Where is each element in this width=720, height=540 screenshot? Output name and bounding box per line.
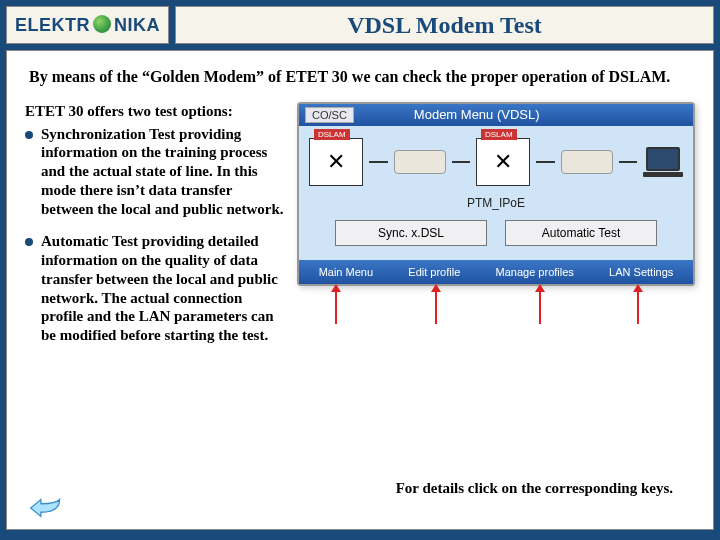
dslam-box: DSLAM ✕: [309, 138, 363, 186]
sync-xdsl-button[interactable]: Sync. x.DSL: [335, 220, 487, 246]
manage-profiles-key[interactable]: Manage profiles: [492, 264, 578, 280]
dslam-label: DSLAM: [314, 129, 350, 140]
laptop-icon: [643, 147, 683, 177]
main-menu-key[interactable]: Main Menu: [315, 264, 377, 280]
back-arrow-button[interactable]: [29, 497, 63, 519]
bullet-item: Automatic Test providing detailed inform…: [25, 232, 285, 345]
slide: ELEKTR NIKA VDSL Modem Test By means of …: [0, 6, 720, 540]
panel-body: DSLAM ✕ DSLAM ✕: [299, 126, 693, 260]
logo-text-left: ELEKTR: [15, 15, 90, 36]
content-panel: By means of the “Golden Modem” of ETET 3…: [6, 50, 714, 530]
page-title: VDSL Modem Test: [175, 6, 714, 44]
left-column: ETET 30 offers two test options: Synchro…: [25, 102, 285, 359]
header: ELEKTR NIKA VDSL Modem Test: [6, 6, 714, 44]
body-row: ETET 30 offers two test options: Synchro…: [25, 102, 695, 359]
dslam-box: DSLAM ✕: [476, 138, 530, 186]
brand-logo: ELEKTR NIKA: [6, 6, 169, 44]
lead-text: ETET 30 offers two test options:: [25, 102, 285, 121]
footer-hint: For details click on the corresponding k…: [396, 480, 673, 497]
panel-header: CO/SC Modem Menu (VDSL): [299, 104, 693, 126]
cosc-badge: CO/SC: [305, 107, 354, 123]
diagram-row: DSLAM ✕ DSLAM ✕: [309, 138, 683, 186]
bullet-text: Automatic Test providing detailed inform…: [41, 232, 285, 345]
bullet-item: Synchronization Test providing informati…: [25, 125, 285, 219]
arrow-icon: [637, 290, 639, 324]
logo-text-right: NIKA: [114, 15, 160, 36]
intro-text: By means of the “Golden Modem” of ETET 3…: [29, 67, 691, 88]
bullet-icon: [25, 131, 33, 139]
wire-icon: [452, 161, 471, 163]
dslam-label: DSLAM: [481, 129, 517, 140]
modem-icon: [394, 150, 446, 174]
globe-icon: [93, 15, 111, 33]
bullet-text: Synchronization Test providing informati…: [41, 125, 285, 219]
wire-icon: [619, 161, 638, 163]
big-buttons: Sync. x.DSL Automatic Test: [309, 220, 683, 246]
bullet-icon: [25, 238, 33, 246]
device-panel: CO/SC Modem Menu (VDSL) DSLAM ✕: [297, 102, 695, 286]
right-column: CO/SC Modem Menu (VDSL) DSLAM ✕: [297, 102, 695, 359]
arrow-icon: [435, 290, 437, 324]
wire-icon: [536, 161, 555, 163]
bottom-bar: Main Menu Edit profile Manage profiles L…: [299, 260, 693, 284]
panel-title: Modem Menu (VDSL): [414, 107, 540, 122]
arrow-row: [297, 286, 695, 324]
title-text: VDSL Modem Test: [347, 12, 542, 39]
automatic-test-button[interactable]: Automatic Test: [505, 220, 657, 246]
lan-settings-key[interactable]: LAN Settings: [605, 264, 677, 280]
wire-icon: [369, 161, 388, 163]
arrow-icon: [539, 290, 541, 324]
edit-profile-key[interactable]: Edit profile: [404, 264, 464, 280]
arrow-icon: [335, 290, 337, 324]
ptm-label: PTM_IPoE: [309, 196, 683, 210]
modem-icon: [561, 150, 613, 174]
